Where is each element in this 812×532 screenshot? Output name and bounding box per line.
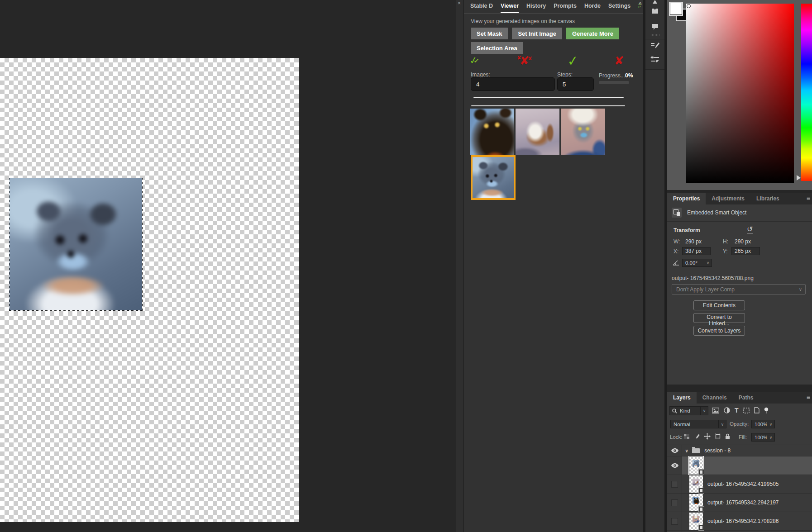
lock-pixels-icon[interactable] [694, 433, 700, 439]
tab-libraries[interactable]: Libraries [750, 193, 785, 204]
library-icon[interactable] [651, 8, 659, 14]
tab-channels[interactable]: Channels [697, 392, 733, 404]
generated-thumb-2[interactable] [516, 109, 559, 155]
separator-line [473, 97, 624, 98]
lock-all-icon[interactable] [725, 433, 730, 440]
opacity-select[interactable]: 100% ∨ [751, 420, 775, 428]
tab-viewer[interactable]: Viewer [501, 3, 519, 13]
tab-horde[interactable]: Horde [584, 3, 601, 12]
convert-to-linked-button[interactable]: Convert to Linked... [693, 313, 745, 323]
right-panel-column: Properties Adjustments Libraries ≡ Embed… [667, 0, 812, 532]
generated-thumb-1[interactable] [470, 109, 514, 155]
fill-select[interactable]: 100% ∨ [751, 433, 775, 442]
layer-row[interactable]: output- 1675495342.1708286 [667, 512, 812, 530]
shape-filter-icon[interactable] [743, 408, 750, 413]
tab-layers[interactable]: Layers [667, 392, 697, 404]
lock-artboard-icon[interactable] [715, 433, 721, 439]
color-picker-marker[interactable] [687, 4, 691, 8]
scroll-up-icon[interactable]: ^ [639, 1, 642, 7]
document-canvas[interactable] [0, 58, 299, 522]
type-filter-icon[interactable]: T [735, 407, 739, 414]
properties-panel: Properties Adjustments Libraries ≡ Embed… [667, 193, 812, 385]
generated-cat-image[interactable] [10, 178, 142, 310]
angle-select[interactable]: 0.00° ∨ [682, 259, 712, 267]
layers-panel: Layers Channels Paths ≡ Kind ∨ [667, 392, 812, 532]
kind-filter-select[interactable]: Kind ∨ [669, 406, 708, 415]
lock-label: Lock: [670, 434, 683, 440]
blend-mode-select[interactable]: Normal ∨ [670, 420, 726, 428]
x-input[interactable]: 387 px [682, 247, 711, 255]
smart-object-badge [698, 525, 704, 531]
steps-input[interactable] [557, 77, 594, 91]
tab-adjustments[interactable]: Adjustments [706, 193, 750, 204]
generated-image-selection[interactable] [9, 178, 143, 311]
brushes-icon[interactable] [650, 56, 659, 63]
panel-menu-icon[interactable]: ≡ [807, 195, 810, 202]
layer-thumbnail[interactable] [689, 494, 703, 511]
dock-grip[interactable] [645, 34, 664, 36]
panel-scrollbar[interactable]: × [456, 0, 464, 532]
color-gradient-field[interactable] [686, 4, 794, 183]
tab-stable-d[interactable]: Stable D [470, 3, 493, 12]
app-window: × Stable D Viewer History Prompts Horde … [0, 0, 812, 532]
layer-comp-value: Don't Apply Layer Comp [672, 286, 799, 293]
edit-contents-button[interactable]: Edit Contents [693, 300, 745, 310]
cross-icon: ✘ [614, 52, 624, 69]
convert-to-layers-button[interactable]: Convert to Layers [693, 326, 745, 336]
group-name: session - 8 [704, 447, 731, 454]
visibility-toggle[interactable] [667, 448, 682, 453]
set-init-image-button[interactable]: Set Init Image [512, 28, 562, 39]
smart-object-filter-icon[interactable] [754, 407, 759, 413]
generated-thumb-3[interactable] [561, 109, 605, 155]
generate-more-button[interactable]: Generate More [566, 28, 619, 39]
visibility-toggle[interactable] [667, 463, 682, 468]
tab-prompts[interactable]: Prompts [554, 3, 577, 12]
lock-transparency-icon[interactable] [683, 433, 690, 440]
set-mask-button[interactable]: Set Mask [471, 28, 508, 39]
layer-thumbnail[interactable] [689, 475, 703, 493]
panel-dock [645, 0, 664, 532]
y-input[interactable]: 265 px [731, 247, 760, 255]
tab-history[interactable]: History [526, 3, 546, 12]
pixel-filter-icon[interactable] [712, 408, 719, 413]
tab-paths[interactable]: Paths [733, 392, 759, 404]
group-expand-icon[interactable]: ∨ [685, 448, 688, 453]
layer-comp-select[interactable]: Don't Apply Layer Comp ∨ [672, 284, 806, 294]
images-input[interactable] [471, 77, 555, 91]
layer-thumbnail[interactable] [689, 513, 703, 530]
smart-object-filename: output- 1675495342.5605788.png [672, 275, 754, 281]
layer-row[interactable]: output- 1675495342.2942197 [667, 494, 812, 512]
tab-settings[interactable]: Settings [608, 3, 630, 12]
layer-row[interactable]: output- 1675495342.4199505 [667, 475, 812, 493]
brush-settings-icon[interactable] [650, 42, 659, 50]
panel-menu-icon[interactable]: ≡ [807, 394, 810, 401]
adjustment-filter-icon[interactable] [724, 407, 730, 413]
foreground-color-swatch[interactable] [670, 3, 682, 15]
angle-icon [673, 260, 679, 266]
images-label: Images: [471, 71, 490, 78]
layer-thumbnail[interactable] [689, 457, 703, 474]
search-icon [672, 408, 677, 413]
h-value: 290 px [735, 238, 751, 245]
visibility-toggle[interactable] [667, 499, 682, 506]
filter-toggle-icon[interactable] [764, 407, 769, 414]
generated-thumb-4-selected[interactable] [471, 155, 516, 200]
fill-value: 100% [752, 435, 767, 440]
comments-icon[interactable] [651, 23, 659, 30]
properties-tab-bar: Properties Adjustments Libraries ≡ [667, 193, 812, 204]
reset-transform-icon[interactable]: ↺ [747, 225, 753, 233]
progress-bar [599, 81, 629, 84]
pen-icon[interactable] [651, 0, 659, 4]
close-icon[interactable]: × [458, 0, 461, 6]
tab-properties[interactable]: Properties [667, 193, 706, 204]
eye-icon [671, 448, 678, 453]
visibility-toggle[interactable] [667, 481, 682, 488]
layer-row-selected[interactable]: output- 1675495342.5605788 [667, 456, 812, 475]
lock-position-icon[interactable] [704, 433, 711, 440]
divider [667, 221, 812, 222]
layer-group-row[interactable]: ∨ session - 8 [667, 445, 812, 456]
visibility-toggle[interactable] [667, 518, 682, 525]
hue-slider-handle[interactable] [797, 175, 801, 180]
hue-bar[interactable] [801, 4, 812, 181]
smart-object-badge [698, 488, 704, 494]
